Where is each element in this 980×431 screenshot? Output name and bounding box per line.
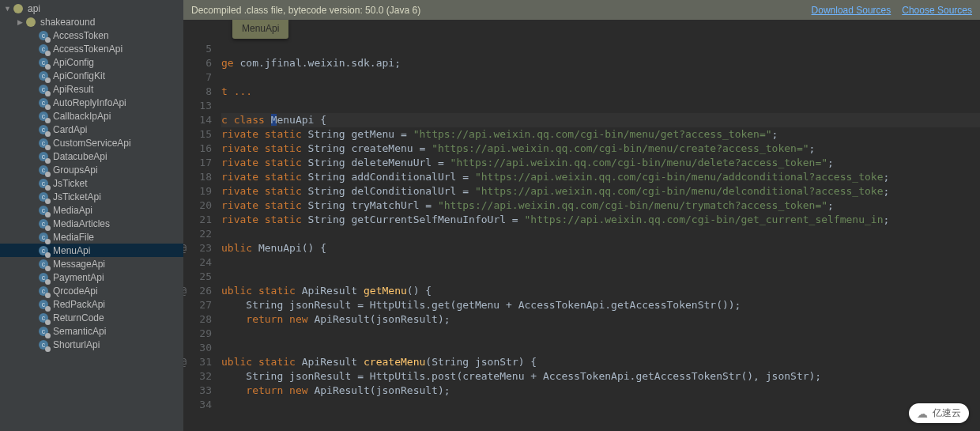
code-editor[interactable]: 56781314151617181920212223@242526@272829…: [183, 20, 980, 431]
code-line[interactable]: [221, 398, 980, 412]
code-line[interactable]: [221, 70, 980, 85]
tree-item-label: JsTicket: [53, 178, 88, 189]
code-line[interactable]: rivate static String addConditionalUrl =…: [221, 170, 980, 184]
code-line[interactable]: [221, 99, 980, 113]
svg-text:c: c: [42, 112, 46, 120]
tree-item-groupsapi[interactable]: cGroupsApi: [0, 163, 183, 176]
decompiled-banner: Decompiled .class file, bytecode version…: [183, 0, 980, 20]
code-line[interactable]: ublic static ApiResult getMenu() {: [221, 284, 980, 298]
class-icon: c: [37, 137, 50, 149]
tree-item-autoreplyinfoapi[interactable]: cAutoReplyInfoApi: [0, 96, 183, 109]
tree-item-label: PaymentApi: [53, 272, 104, 283]
tree-item-apiconfig[interactable]: cApiConfig: [0, 55, 183, 69]
tree-item-apiresult[interactable]: cApiResult: [0, 82, 183, 96]
tree-item-label: ApiConfigKit: [53, 70, 105, 81]
code-line[interactable]: rivate static String getCurrentSelfMenuI…: [221, 213, 980, 227]
code-line[interactable]: [221, 255, 980, 270]
tree-label: shakearound: [40, 17, 95, 28]
code-line[interactable]: ublic MenuApi() {: [221, 241, 980, 255]
class-icon: c: [37, 258, 50, 270]
tree-item-semanticapi[interactable]: cSemanticApi: [0, 324, 183, 338]
tree-item-callbackipapi[interactable]: cCallbackIpApi: [0, 109, 183, 123]
tree-item-label: MessageApi: [53, 259, 105, 270]
code-line[interactable]: c class MenuApi {: [221, 113, 980, 127]
code-line[interactable]: rivate static String getMenu = "https://…: [221, 127, 980, 142]
code-line[interactable]: return new ApiResult(jsonResult);: [221, 312, 980, 327]
breadcrumb-class[interactable]: MenuApi: [232, 20, 288, 39]
svg-text:c: c: [42, 287, 46, 295]
code-line[interactable]: [221, 42, 980, 56]
code-line[interactable]: rivate static String deleteMenuUrl = "ht…: [221, 156, 980, 170]
code-line[interactable]: t ...: [221, 85, 980, 99]
svg-text:c: c: [42, 180, 46, 187]
tree-item-label: DatacubeApi: [53, 151, 107, 162]
tree-item-paymentapi[interactable]: cPaymentApi: [0, 270, 183, 284]
code-line[interactable]: [221, 327, 980, 341]
svg-text:c: c: [42, 247, 46, 255]
tree-item-mediafile[interactable]: cMediaFile: [0, 230, 183, 244]
tree-item-qrcodeapi[interactable]: cQrcodeApi: [0, 284, 183, 297]
tree-item-accesstokenapi[interactable]: cAccessTokenApi: [0, 42, 183, 55]
tree-item-label: MediaArticles: [53, 218, 110, 229]
code-content[interactable]: ge com.jfinal.weixin.sdk.api; t ... c cl…: [221, 42, 980, 431]
tree-item-label: RedPackApi: [53, 299, 105, 310]
code-line[interactable]: rivate static String delConditionalUrl =…: [221, 184, 980, 198]
svg-text:c: c: [42, 341, 46, 349]
tree-item-messageapi[interactable]: cMessageApi: [0, 257, 183, 270]
tree-item-mediaarticles[interactable]: cMediaArticles: [0, 217, 183, 230]
code-line[interactable]: [221, 341, 980, 355]
svg-text:c: c: [42, 99, 46, 107]
code-line[interactable]: rivate static String tryMatchUrl = "http…: [221, 198, 980, 213]
tree-label: api: [28, 3, 40, 14]
tree-item-jsticket[interactable]: cJsTicket: [0, 176, 183, 190]
class-icon: c: [37, 96, 50, 109]
tree-item-cardapi[interactable]: cCardApi: [0, 123, 183, 136]
project-tree[interactable]: ▼ api ▶ shakearound cAccessTokencAccessT…: [0, 0, 183, 431]
tree-item-label: ShorturlApi: [53, 339, 100, 350]
tree-item-label: AccessToken: [53, 30, 109, 41]
tree-item-redpackapi[interactable]: cRedPackApi: [0, 297, 183, 311]
code-line[interactable]: [221, 270, 980, 284]
tree-item-menuapi[interactable]: cMenuApi: [0, 244, 183, 257]
tree-item-label: ApiResult: [53, 84, 93, 95]
tree-item-label: CardApi: [53, 124, 87, 135]
watermark-text: 亿速云: [933, 406, 961, 420]
svg-text:c: c: [42, 327, 46, 335]
class-icon: c: [37, 244, 50, 257]
code-line[interactable]: String jsonResult = HttpUtils.post(creat…: [221, 369, 980, 384]
svg-text:c: c: [42, 206, 46, 214]
choose-sources-link[interactable]: Choose Sources: [902, 5, 972, 16]
tree-item-customserviceapi[interactable]: cCustomServiceApi: [0, 136, 183, 149]
download-sources-link[interactable]: Download Sources: [812, 5, 891, 16]
svg-text:c: c: [42, 233, 46, 241]
code-line[interactable]: ge com.jfinal.weixin.sdk.api;: [221, 56, 980, 70]
tree-item-returncode[interactable]: cReturnCode: [0, 311, 183, 324]
code-line[interactable]: ublic static ApiResult createMenu(String…: [221, 355, 980, 369]
tree-item-apiconfigkit[interactable]: cApiConfigKit: [0, 69, 183, 82]
svg-text:c: c: [42, 59, 46, 66]
svg-text:c: c: [42, 220, 46, 228]
svg-text:c: c: [42, 274, 46, 282]
tree-item-shorturlapi[interactable]: cShorturlApi: [0, 338, 183, 351]
package-icon: [12, 2, 24, 15]
svg-text:c: c: [42, 85, 46, 93]
class-icon: c: [37, 177, 50, 190]
svg-text:c: c: [42, 301, 46, 308]
svg-text:c: c: [42, 193, 46, 201]
code-line[interactable]: [221, 227, 980, 241]
code-line[interactable]: rivate static String createMenu = "https…: [221, 142, 980, 156]
code-line[interactable]: String jsonResult = HttpUtils.get(getMen…: [221, 298, 980, 312]
class-icon: c: [37, 191, 50, 203]
class-icon: c: [37, 231, 50, 244]
svg-text:c: c: [42, 314, 46, 322]
tree-folder-shakearound[interactable]: ▶ shakearound: [0, 15, 183, 28]
class-icon: c: [37, 56, 50, 69]
tree-root-api[interactable]: ▼ api: [0, 2, 183, 15]
tree-item-label: CallbackIpApi: [53, 111, 111, 122]
package-icon: [24, 16, 37, 28]
tree-item-datacubeapi[interactable]: cDatacubeApi: [0, 149, 183, 163]
tree-item-accesstoken[interactable]: cAccessToken: [0, 28, 183, 42]
tree-item-mediaapi[interactable]: cMediaApi: [0, 203, 183, 217]
tree-item-jsticketapi[interactable]: cJsTicketApi: [0, 190, 183, 203]
code-line[interactable]: return new ApiResult(jsonResult);: [221, 384, 980, 398]
